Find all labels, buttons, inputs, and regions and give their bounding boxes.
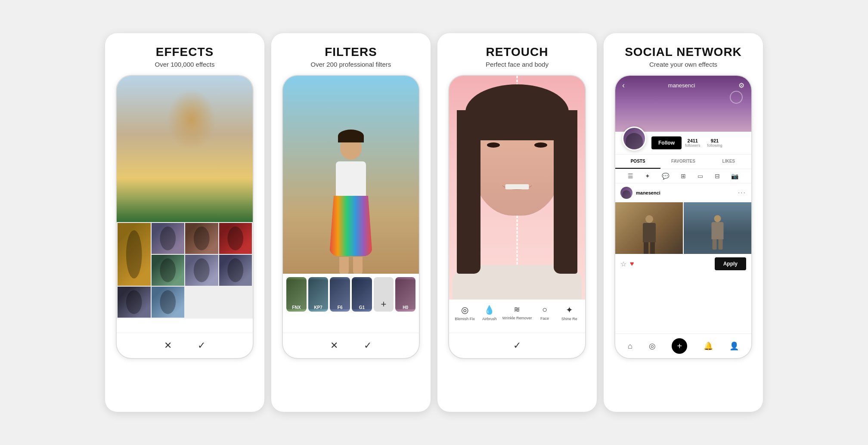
retouch-subtitle: Perfect face and body — [446, 61, 588, 68]
filter-h0[interactable]: H0 — [395, 277, 415, 312]
blemish-fix-icon: ◎ — [461, 305, 468, 315]
moon-decoration — [730, 91, 743, 104]
followers-count: 2411 — [685, 138, 701, 143]
effects-card: EFFECTS Over 100,000 effects — [105, 33, 264, 412]
camera-icon[interactable]: 📷 — [731, 173, 738, 179]
filter-f6[interactable]: F6 — [330, 277, 350, 312]
frame-icon[interactable]: ▭ — [698, 173, 703, 179]
retouch-confirm-button[interactable]: ✓ — [513, 340, 521, 351]
social-bottom-nav: ⌂ ◎ + 🔔 👤 — [615, 334, 751, 358]
settings-icon[interactable]: ⚙ — [738, 81, 744, 90]
grid-filter-icon[interactable]: ✦ — [645, 173, 650, 179]
retouch-wrinkle-remover[interactable]: ≋ Wrinkle Remover — [502, 305, 532, 321]
more-options-icon[interactable]: ··· — [738, 189, 746, 197]
post-actions: ☆ ♥ Apply — [615, 254, 751, 274]
following-label: following — [707, 143, 722, 148]
profile-avatar — [622, 127, 646, 151]
filters-cancel-button[interactable]: ✕ — [330, 340, 338, 351]
filter-f6-label: F6 — [338, 305, 343, 310]
social-username-header: manesenci — [668, 82, 695, 89]
filter-g1[interactable]: G1 — [352, 277, 372, 312]
following-stat: 921 following — [707, 138, 722, 148]
social-nav-row: ‹ manesenci ⚙ — [622, 81, 744, 90]
tab-favorites[interactable]: FAVORITES — [660, 155, 706, 169]
filters-confirm-button[interactable]: ✓ — [364, 340, 372, 351]
effects-grid-item[interactable] — [152, 287, 185, 318]
effects-grid-item[interactable] — [185, 223, 218, 254]
filter-add-button[interactable]: + — [374, 277, 394, 312]
airbrush-icon: 💧 — [484, 305, 495, 315]
post-avatar — [620, 187, 632, 199]
followers-stat: 2411 followers — [685, 138, 701, 148]
retouch-bottom-bar: ✓ — [449, 333, 585, 358]
retouch-face[interactable]: ○ Face — [533, 305, 557, 321]
blemish-fix-label: Blemish Fix — [455, 317, 475, 321]
filters-main-image — [283, 76, 419, 274]
filter-kp7[interactable]: KP7 — [308, 277, 329, 312]
folder-icon[interactable]: ⊟ — [715, 173, 720, 179]
back-icon[interactable]: ‹ — [622, 81, 625, 90]
effects-grid — [117, 222, 253, 318]
effects-main-image — [117, 76, 253, 222]
social-subtitle: Create your own effects — [612, 61, 754, 68]
retouch-main-image — [449, 76, 585, 300]
effects-header: EFFECTS Over 100,000 effects — [105, 33, 264, 75]
post-images — [615, 202, 751, 254]
tab-likes[interactable]: LIKES — [706, 155, 751, 169]
create-nav-button[interactable]: + — [672, 338, 687, 354]
effects-title: EFFECTS — [114, 45, 256, 59]
filters-card: FILTERS Over 200 professional filters — [271, 33, 431, 412]
tab-posts[interactable]: POSTS — [615, 155, 660, 169]
chat-icon[interactable]: 💬 — [662, 173, 669, 179]
bookmark-icon[interactable]: ☆ — [620, 260, 626, 268]
face-label: Face — [540, 316, 549, 321]
wrinkle-remover-label: Wrinkle Remover — [502, 316, 532, 320]
follow-button[interactable]: Follow — [651, 136, 682, 149]
effects-cancel-button[interactable]: ✕ — [164, 340, 172, 351]
list-view-icon[interactable]: ☰ — [628, 173, 633, 179]
effects-subtitle: Over 100,000 effects — [114, 61, 256, 68]
effects-grid-item[interactable] — [118, 287, 151, 318]
retouch-phone-mockup: ◎ Blemish Fix 💧 Airbrush ≋ Wrinkle Remov… — [448, 75, 586, 359]
effects-grid-item[interactable] — [219, 255, 252, 286]
effects-grid-item[interactable] — [118, 223, 151, 286]
following-count: 921 — [707, 138, 722, 143]
retouch-shine-remover[interactable]: ✦ Shine Re — [558, 305, 581, 321]
social-header-text: SOCIAL NETWORK Create your own effects — [604, 33, 763, 75]
apply-button[interactable]: Apply — [715, 257, 746, 270]
effects-confirm-button[interactable]: ✓ — [198, 340, 205, 351]
post-image-1 — [615, 202, 683, 254]
stats-container: 2411 followers 921 following — [685, 138, 722, 148]
airbrush-label: Airbrush — [482, 317, 497, 321]
home-nav-icon[interactable]: ⌂ — [628, 342, 632, 351]
retouch-blemish-fix[interactable]: ◎ Blemish Fix — [453, 305, 477, 321]
explore-nav-icon[interactable]: ◎ — [649, 341, 656, 351]
post-username: manesenci — [636, 190, 660, 195]
social-profile-header: ‹ manesenci ⚙ — [615, 76, 751, 132]
effects-grid-item[interactable] — [152, 223, 185, 254]
filters-subtitle: Over 200 professional filters — [280, 61, 422, 68]
effects-grid-item[interactable] — [219, 223, 252, 254]
filter-strip: FNX KP7 F6 — [283, 274, 419, 315]
effects-bottom-bar: ✕ ✓ — [117, 333, 253, 358]
retouch-airbrush[interactable]: 💧 Airbrush — [477, 305, 501, 321]
effects-grid-item[interactable] — [152, 255, 185, 286]
filter-h0-label: H0 — [403, 305, 408, 310]
filters-phone-mockup: FNX KP7 F6 — [282, 75, 420, 359]
filters-header: FILTERS Over 200 professional filters — [271, 33, 431, 75]
filters-bottom-bar: ✕ ✓ — [283, 333, 419, 358]
face-icon: ○ — [542, 305, 547, 315]
post-action-icons: ☆ ♥ — [620, 260, 634, 268]
followers-label: followers — [685, 143, 701, 148]
post-user-info: manesenci — [620, 187, 660, 199]
profile-nav-icon[interactable]: 👤 — [729, 341, 739, 351]
shine-remover-label: Shine Re — [561, 317, 577, 321]
filter-fnx[interactable]: FNX — [286, 277, 307, 312]
shine-remover-icon: ✦ — [566, 305, 573, 315]
profile-actions: Follow 2411 followers 921 following — [651, 136, 744, 149]
heart-icon[interactable]: ♥ — [630, 260, 634, 268]
crop-icon[interactable]: ⊞ — [681, 173, 686, 179]
app-container: EFFECTS Over 100,000 effects — [95, 23, 773, 422]
notifications-nav-icon[interactable]: 🔔 — [704, 341, 713, 351]
effects-grid-item[interactable] — [185, 255, 218, 286]
